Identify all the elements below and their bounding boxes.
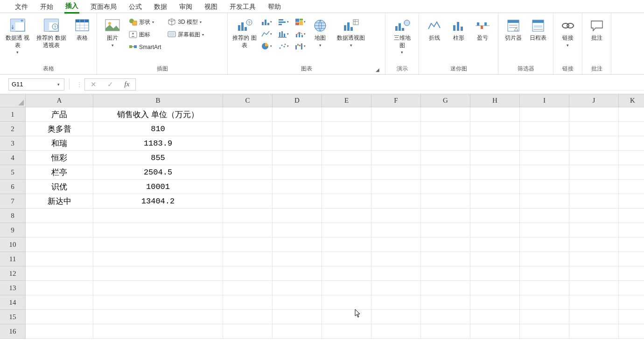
cell-F8[interactable] <box>371 209 421 223</box>
cell-I12[interactable] <box>520 266 569 281</box>
cell-G8[interactable] <box>421 209 470 223</box>
cell-E14[interactable] <box>322 295 371 310</box>
cell-K4[interactable] <box>619 151 644 165</box>
row-header-10[interactable]: 10 <box>0 237 26 252</box>
sparkline-winloss-button[interactable]: 盈亏 <box>471 17 494 43</box>
cell-F15[interactable] <box>371 310 421 324</box>
fx-button[interactable]: fx <box>119 80 135 88</box>
cell-G12[interactable] <box>421 266 470 281</box>
cell-G7[interactable] <box>421 194 470 209</box>
cell-J7[interactable] <box>569 194 619 209</box>
cell-E16[interactable] <box>322 324 371 339</box>
cell-B16[interactable] <box>93 324 223 339</box>
table-button[interactable]: 表格 <box>71 17 93 43</box>
scatter-chart-button[interactable]: ▾ <box>277 41 289 51</box>
cell-B4[interactable]: 855 <box>93 151 223 165</box>
column-header-B[interactable]: B <box>93 94 223 107</box>
enter-button[interactable]: ✓ <box>102 80 119 89</box>
3dmodel-button[interactable]: 3D 模型▾ <box>166 17 206 27</box>
column-header-I[interactable]: I <box>520 94 569 107</box>
cell-H8[interactable] <box>470 209 520 223</box>
cell-H14[interactable] <box>470 295 520 310</box>
cell-B7[interactable]: 13404.2 <box>93 194 223 209</box>
cell-I9[interactable] <box>520 223 569 237</box>
row-header-3[interactable]: 3 <box>0 136 26 151</box>
cell-K10[interactable] <box>619 237 644 252</box>
cell-E4[interactable] <box>322 151 371 165</box>
cell-A15[interactable] <box>26 310 93 324</box>
row-header-9[interactable]: 9 <box>0 223 26 237</box>
cell-G5[interactable] <box>421 165 470 180</box>
cell-H5[interactable] <box>470 165 520 180</box>
row-header-15[interactable]: 15 <box>0 310 26 324</box>
cell-F6[interactable] <box>371 180 421 194</box>
cell-D10[interactable] <box>273 237 322 252</box>
pivot-table-button[interactable]: 数据透 视表 ▾ <box>4 17 31 56</box>
cell-K1[interactable] <box>619 107 644 122</box>
cell-C5[interactable] <box>223 165 273 180</box>
cell-K13[interactable] <box>619 281 644 295</box>
cell-I13[interactable] <box>520 281 569 295</box>
cell-I3[interactable] <box>520 136 569 151</box>
cell-K11[interactable] <box>619 252 644 266</box>
cell-J3[interactable] <box>569 136 619 151</box>
cell-G9[interactable] <box>421 223 470 237</box>
cell-G16[interactable] <box>421 324 470 339</box>
link-button[interactable]: 链接 ▾ <box>557 17 578 49</box>
cell-H2[interactable] <box>470 122 520 136</box>
cell-D11[interactable] <box>273 252 322 266</box>
icons-button[interactable]: 图标 <box>127 29 163 40</box>
cell-B9[interactable] <box>93 223 223 237</box>
cell-F4[interactable] <box>371 151 421 165</box>
cell-K14[interactable] <box>619 295 644 310</box>
cell-B6[interactable]: 10001 <box>93 180 223 194</box>
pivotchart-button[interactable]: 数据透视图 ▾ <box>334 17 368 49</box>
select-all-corner[interactable] <box>0 94 26 107</box>
cell-C7[interactable] <box>223 194 273 209</box>
cell-G6[interactable] <box>421 180 470 194</box>
cell-A9[interactable] <box>26 223 93 237</box>
row-header-13[interactable]: 13 <box>0 281 26 295</box>
cell-B14[interactable] <box>93 295 223 310</box>
cell-A16[interactable] <box>26 324 93 339</box>
cell-C6[interactable] <box>223 180 273 194</box>
cell-J6[interactable] <box>569 180 619 194</box>
cell-B12[interactable] <box>93 266 223 281</box>
cell-G10[interactable] <box>421 237 470 252</box>
cell-C10[interactable] <box>223 237 273 252</box>
menu-审阅[interactable]: 审阅 <box>178 1 193 13</box>
cell-H9[interactable] <box>470 223 520 237</box>
column-header-C[interactable]: C <box>223 94 273 107</box>
cell-E2[interactable] <box>322 122 371 136</box>
cell-A13[interactable] <box>26 281 93 295</box>
cell-C9[interactable] <box>223 223 273 237</box>
shapes-button[interactable]: 形状▾ <box>127 17 163 27</box>
cell-E8[interactable] <box>322 209 371 223</box>
cell-A7[interactable]: 新达中 <box>26 194 93 209</box>
cell-B10[interactable] <box>93 237 223 252</box>
hierarchy-chart-button[interactable]: ▾ <box>294 17 306 27</box>
row-header-12[interactable]: 12 <box>0 266 26 281</box>
formula-input[interactable] <box>136 78 644 91</box>
cell-I6[interactable] <box>520 180 569 194</box>
cell-J8[interactable] <box>569 209 619 223</box>
cell-J5[interactable] <box>569 165 619 180</box>
cells-area[interactable]: 产品销售收入 单位（万元）奥多普810和瑞1183.9恒彩855栏亭2504.5… <box>26 107 644 339</box>
row-header-4[interactable]: 4 <box>0 151 26 165</box>
cell-C11[interactable] <box>223 252 273 266</box>
cell-C8[interactable] <box>223 209 273 223</box>
cell-H3[interactable] <box>470 136 520 151</box>
row-header-2[interactable]: 2 <box>0 122 26 136</box>
dialog-launcher-icon[interactable]: ◢ <box>375 67 380 73</box>
row-header-8[interactable]: 8 <box>0 209 26 223</box>
3dmap-button[interactable]: 三维地 图 ▾ <box>389 17 415 56</box>
menu-视图[interactable]: 视图 <box>203 1 218 13</box>
cell-E9[interactable] <box>322 223 371 237</box>
cell-K9[interactable] <box>619 223 644 237</box>
cell-A14[interactable] <box>26 295 93 310</box>
cell-I10[interactable] <box>520 237 569 252</box>
cell-D15[interactable] <box>273 310 322 324</box>
cell-F14[interactable] <box>371 295 421 310</box>
cell-A5[interactable]: 栏亭 <box>26 165 93 180</box>
cell-H16[interactable] <box>470 324 520 339</box>
